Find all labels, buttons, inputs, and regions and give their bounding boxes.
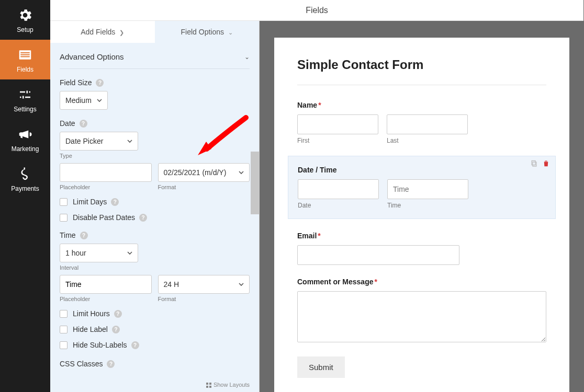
- checkbox-hide-sublabels[interactable]: Hide Sub-Labels ?: [60, 341, 250, 349]
- required-asterisk: *: [318, 232, 320, 240]
- nav-fields[interactable]: Fields: [0, 40, 50, 79]
- field-email-label-text: Email: [297, 232, 317, 240]
- select-time-interval[interactable]: 1 hour: [60, 244, 138, 262]
- label-time-text: Time: [60, 231, 76, 239]
- form-preview: Simple Contact Form Name* First Last: [274, 38, 569, 392]
- gear-icon: [17, 7, 33, 23]
- svg-rect-3: [20, 56, 30, 57]
- label-field-size-text: Field Size: [60, 78, 92, 87]
- svg-rect-4: [533, 162, 536, 166]
- checkbox-icon: [60, 310, 68, 318]
- sliders-icon: [17, 87, 33, 102]
- label-time: Time ?: [60, 231, 250, 239]
- checkbox-hide-label-label: Hide Label: [73, 325, 108, 333]
- list-icon: [17, 47, 33, 63]
- sublabel-format: Format: [158, 184, 250, 190]
- sublabel-interval: Interval: [60, 264, 250, 271]
- help-icon[interactable]: ?: [96, 79, 104, 87]
- tab-field-options[interactable]: Field Options ⌄: [155, 21, 260, 43]
- nav-marketing-label: Marketing: [12, 145, 39, 153]
- help-icon[interactable]: ?: [80, 232, 88, 239]
- sublabel-date: Date: [298, 202, 379, 209]
- chevron-down-icon: [97, 98, 102, 102]
- checkbox-hide-label[interactable]: Hide Label ?: [60, 325, 250, 333]
- sublabel-placeholder: Placeholder: [60, 184, 152, 190]
- tab-add-fields[interactable]: Add Fields ❯: [50, 21, 155, 43]
- field-options-panel: Advanced Options ⌄ Field Size ? Medium D…: [50, 43, 259, 392]
- field-comment-label-text: Comment or Message: [297, 278, 373, 286]
- required-asterisk: *: [318, 101, 321, 109]
- chevron-down-icon: [239, 170, 244, 175]
- help-icon[interactable]: ?: [80, 120, 87, 128]
- input-last-name[interactable]: [387, 114, 468, 134]
- label-field-size: Field Size ?: [60, 78, 250, 87]
- help-icon[interactable]: ?: [112, 326, 120, 333]
- nav-payments[interactable]: Payments: [0, 159, 50, 199]
- select-date-type[interactable]: Date Picker: [60, 132, 138, 151]
- checkbox-limit-days[interactable]: Limit Days ?: [60, 198, 250, 206]
- checkbox-icon: [60, 326, 68, 333]
- input-time-placeholder[interactable]: [60, 275, 152, 294]
- select-field-size[interactable]: Medium: [60, 91, 108, 110]
- input-time[interactable]: [387, 179, 468, 199]
- sublabel-type: Type: [60, 153, 250, 159]
- field-name-label: Name*: [297, 101, 546, 109]
- select-date-format-value: 02/25/2021 (m/d/Y): [164, 168, 227, 177]
- checkbox-limit-hours[interactable]: Limit Hours ?: [60, 309, 250, 318]
- field-comment-label: Comment or Message*: [297, 278, 546, 286]
- label-css-classes: CSS Classes ?: [60, 360, 250, 368]
- grid-icon: [206, 383, 211, 388]
- nav-setup[interactable]: Setup: [0, 0, 50, 40]
- input-date-placeholder[interactable]: [60, 163, 152, 182]
- sublabel-time: Time: [387, 202, 468, 209]
- svg-rect-2: [20, 54, 30, 55]
- help-icon[interactable]: ?: [114, 310, 122, 318]
- submit-button[interactable]: Submit: [297, 356, 345, 378]
- label-date: Date ?: [60, 119, 250, 128]
- input-date[interactable]: [298, 179, 379, 199]
- sublabel-last: Last: [387, 137, 468, 144]
- required-asterisk: *: [374, 278, 377, 286]
- checkbox-limit-days-label: Limit Days: [73, 198, 107, 206]
- field-date-time[interactable]: Date / Time Date Time: [288, 156, 556, 219]
- input-first-name[interactable]: [297, 114, 378, 134]
- chevron-down-icon: ⌄: [228, 29, 233, 36]
- label-date-text: Date: [60, 119, 75, 128]
- checkbox-disable-past-dates[interactable]: Disable Past Dates ?: [60, 213, 250, 222]
- field-name-label-text: Name: [297, 101, 317, 109]
- field-date-time-label: Date / Time: [298, 166, 546, 174]
- field-email[interactable]: Email*: [297, 232, 546, 265]
- select-date-type-value: Date Picker: [65, 137, 103, 145]
- select-time-format-value: 24 H: [164, 280, 179, 289]
- nav-payments-label: Payments: [11, 185, 39, 192]
- sublabel-placeholder-time: Placeholder: [60, 296, 152, 302]
- nav-settings[interactable]: Settings: [0, 79, 50, 119]
- trash-icon[interactable]: [542, 159, 550, 167]
- select-time-format[interactable]: 24 H: [158, 275, 250, 294]
- tab-field-options-label: Field Options: [181, 28, 224, 36]
- checkbox-icon: [60, 198, 68, 206]
- builder-tabs: Add Fields ❯ Field Options ⌄: [50, 21, 259, 43]
- checkbox-icon: [60, 214, 68, 222]
- link-show-layouts[interactable]: Show Layouts: [206, 382, 250, 388]
- help-icon[interactable]: ?: [139, 214, 147, 222]
- checkbox-icon: [60, 341, 68, 349]
- link-show-layouts-label: Show Layouts: [214, 382, 250, 388]
- duplicate-icon[interactable]: [530, 159, 538, 167]
- field-comment[interactable]: Comment or Message*: [297, 278, 546, 344]
- sublabel-first: First: [297, 137, 378, 144]
- label-css-classes-text: CSS Classes: [60, 360, 103, 368]
- help-icon[interactable]: ?: [131, 341, 139, 349]
- chevron-down-icon: [239, 282, 244, 286]
- textarea-comment[interactable]: [297, 291, 546, 342]
- input-email[interactable]: [297, 245, 459, 265]
- field-name[interactable]: Name* First Last: [297, 101, 546, 144]
- help-icon[interactable]: ?: [107, 360, 115, 368]
- main-vertical-nav: Setup Fields Settings Marketing Payments: [0, 0, 50, 392]
- nav-settings-label: Settings: [14, 106, 36, 113]
- help-icon[interactable]: ?: [111, 198, 119, 206]
- scrollbar-thumb[interactable]: [251, 152, 259, 214]
- select-date-format[interactable]: 02/25/2021 (m/d/Y): [158, 163, 250, 182]
- nav-marketing[interactable]: Marketing: [0, 119, 50, 159]
- section-advanced-options[interactable]: Advanced Options ⌄: [60, 43, 250, 69]
